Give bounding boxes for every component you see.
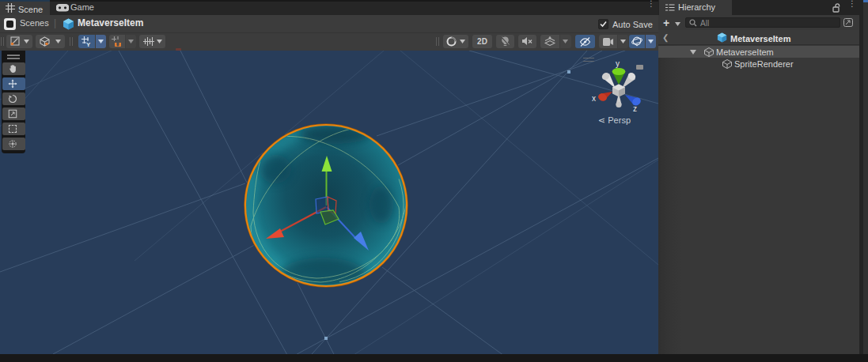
svg-text:x: x [592,94,596,103]
svg-text:Y: Y [86,41,91,47]
svg-text:z: z [633,104,637,113]
svg-text:y: y [616,59,620,68]
